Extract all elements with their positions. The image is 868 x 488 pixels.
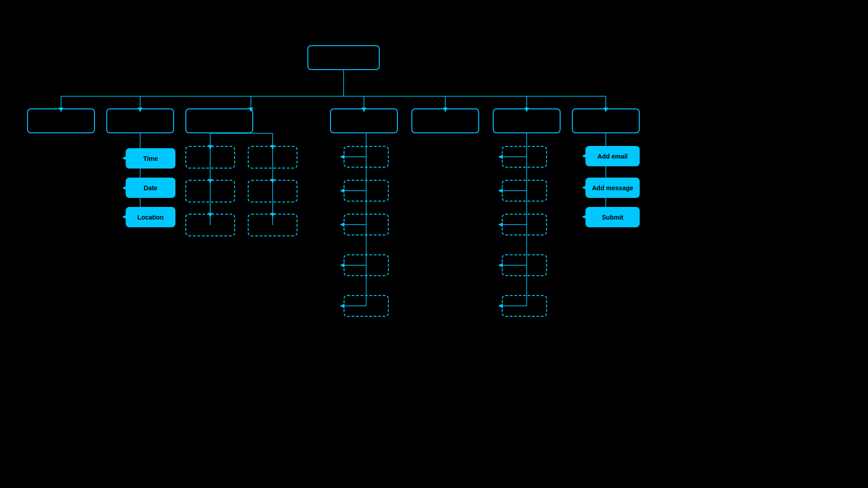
submit-node[interactable]: Submit [585,207,640,227]
diagram: Time Date Location Add email Add message… [0,0,868,488]
connector-lines [0,0,868,488]
dashed-3-1b [248,146,297,169]
node-1 [27,108,95,133]
dashed-3-2b [248,180,297,202]
root-node [307,45,380,70]
dashed-4-1 [344,146,389,168]
dashed-3-3a [185,214,235,236]
node-2 [106,108,174,133]
node-7 [572,108,640,133]
node-6 [493,108,561,133]
dashed-6-2 [502,180,547,202]
dashed-6-3 [502,214,547,235]
dashed-6-4 [502,254,547,276]
date-node[interactable]: Date [126,178,175,198]
location-node[interactable]: Location [126,207,175,227]
dashed-4-4 [344,254,389,276]
dashed-4-5 [344,295,389,317]
add-message-node[interactable]: Add message [585,178,640,198]
time-node[interactable]: Time [126,148,175,169]
node-4 [330,108,398,133]
dashed-3-3b [248,214,297,236]
node-5 [411,108,479,133]
dashed-4-3 [344,214,389,235]
dashed-4-2 [344,180,389,202]
dashed-3-1a [185,146,235,169]
dashed-6-1 [502,146,547,168]
dashed-6-5 [502,295,547,317]
add-email-node[interactable]: Add email [585,146,640,166]
node-3 [185,108,253,133]
dashed-3-2a [185,180,235,202]
